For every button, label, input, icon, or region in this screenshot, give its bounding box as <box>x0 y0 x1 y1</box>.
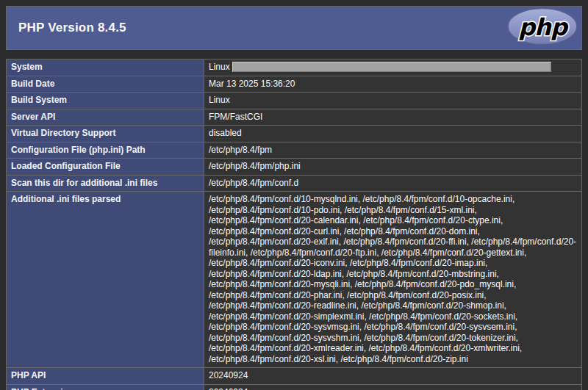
row-label: Build Date <box>7 76 204 93</box>
row-value: /etc/php/8.4/fpm/php.ini <box>204 159 582 176</box>
table-row-build-system: Build System Linux <box>7 93 582 109</box>
redacted-value-bar <box>232 62 551 72</box>
row-value: /etc/php/8.4/fpm/conf.d <box>204 175 582 192</box>
info-table: System Linux Build Date Mar 13 2025 15:3… <box>6 59 582 390</box>
row-label: Build System <box>7 93 204 109</box>
php-logo-icon: php <box>503 7 581 46</box>
row-value: FPM/FastCGI <box>204 109 582 126</box>
row-label: PHP Extension <box>7 384 204 390</box>
row-label: PHP API <box>7 368 204 385</box>
row-value: /etc/php/8.4/fpm/conf.d/10-mysqlnd.ini, … <box>204 192 582 368</box>
row-value: Linux <box>204 59 582 76</box>
row-value: /etc/php/8.4/fpm <box>204 142 582 159</box>
table-row-additional-ini-files: Additional .ini files parsed /etc/php/8.… <box>7 192 582 368</box>
row-value: 20240924 <box>204 368 582 385</box>
row-label: Scan this dir for additional .ini files <box>7 175 204 192</box>
phpinfo-page: PHP Version 8.4.5 php System Linux <box>0 0 588 390</box>
row-label: Virtual Directory Support <box>7 126 204 142</box>
table-row-php-extension: PHP Extension 20240924 <box>7 384 582 390</box>
row-value: Linux <box>204 93 582 109</box>
row-label: System <box>7 59 204 76</box>
svg-text:php: php <box>518 13 569 41</box>
table-row-virtual-directory-support: Virtual Directory Support disabled <box>7 126 582 142</box>
table-row-loaded-configuration-file: Loaded Configuration File /etc/php/8.4/f… <box>7 159 582 176</box>
table-row-system: System Linux <box>7 59 582 76</box>
table-row-php-api: PHP API 20240924 <box>7 368 582 385</box>
row-value: Mar 13 2025 15:36:20 <box>204 76 582 93</box>
header: PHP Version 8.4.5 php <box>6 6 582 50</box>
row-label: Additional .ini files parsed <box>7 192 204 368</box>
table-row-server-api: Server API FPM/FastCGI <box>7 109 582 126</box>
table-row-scan-dir: Scan this dir for additional .ini files … <box>7 175 582 192</box>
table-row-configuration-file-path: Configuration File (php.ini) Path /etc/p… <box>7 142 582 159</box>
system-value-text: Linux <box>209 62 230 72</box>
row-label: Server API <box>7 109 204 126</box>
row-value: 20240924 <box>204 384 582 390</box>
row-label: Configuration File (php.ini) Path <box>7 142 204 159</box>
row-value: disabled <box>204 126 582 142</box>
row-label: Loaded Configuration File <box>7 159 204 176</box>
page-title: PHP Version 8.4.5 <box>18 21 126 35</box>
table-row-build-date: Build Date Mar 13 2025 15:36:20 <box>7 76 582 93</box>
